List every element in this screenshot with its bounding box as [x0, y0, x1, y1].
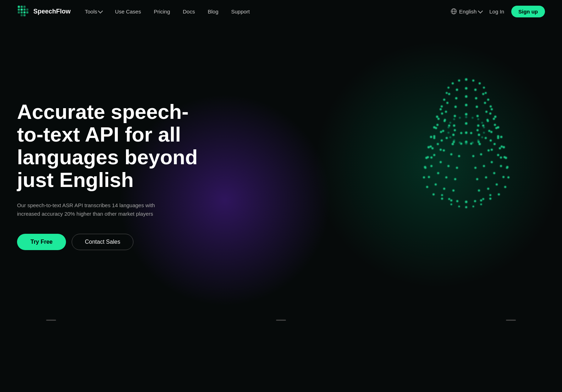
nav-item-use-cases[interactable]: Use Cases	[115, 9, 141, 15]
svg-point-179	[447, 132, 450, 134]
svg-point-34	[476, 129, 479, 131]
svg-point-36	[456, 89, 458, 91]
svg-point-174	[481, 136, 483, 138]
svg-point-155	[426, 186, 428, 188]
svg-point-119	[445, 176, 447, 178]
svg-point-177	[453, 139, 455, 142]
svg-point-106	[503, 146, 505, 148]
svg-point-149	[480, 199, 482, 201]
svg-point-120	[454, 178, 456, 180]
svg-point-175	[483, 132, 485, 134]
svg-point-93	[454, 115, 456, 117]
svg-point-75	[445, 111, 447, 113]
hero-content: Accurate speech-to-text API for all lang…	[0, 100, 220, 250]
svg-point-133	[431, 147, 434, 149]
svg-point-39	[441, 105, 443, 107]
svg-point-134	[425, 157, 428, 159]
svg-point-82	[458, 155, 460, 157]
svg-point-146	[504, 186, 506, 188]
svg-point-187	[459, 117, 461, 119]
svg-point-50	[494, 124, 496, 126]
svg-point-109	[493, 172, 495, 174]
svg-point-28	[482, 93, 484, 95]
svg-point-57	[440, 108, 442, 110]
svg-point-71	[487, 149, 490, 151]
svg-point-89	[497, 154, 499, 156]
contact-sales-button[interactable]: Contact Sales	[72, 234, 133, 250]
nav-item-docs[interactable]: Docs	[183, 9, 195, 15]
svg-point-81	[450, 153, 452, 155]
svg-rect-5	[23, 9, 26, 11]
svg-point-20	[483, 87, 485, 89]
svg-point-94	[443, 120, 446, 122]
svg-point-153	[424, 166, 426, 168]
svg-point-159	[465, 201, 468, 203]
hero-headline: Accurate speech-to-text API for all lang…	[17, 100, 203, 191]
svg-point-129	[487, 188, 489, 190]
svg-rect-11	[21, 14, 23, 16]
svg-point-128	[496, 183, 498, 186]
svg-point-91	[483, 165, 485, 167]
svg-point-24	[446, 92, 448, 94]
svg-point-33	[482, 125, 484, 127]
svg-point-27	[474, 89, 476, 91]
svg-point-70	[494, 143, 496, 145]
svg-point-142	[491, 149, 493, 151]
svg-point-167	[473, 206, 474, 208]
nav-left: SpeechFlow Tools Use Cases Pricing Docs …	[17, 5, 250, 18]
svg-point-139	[452, 189, 454, 192]
svg-point-96	[430, 136, 432, 138]
svg-point-25	[485, 92, 487, 94]
svg-point-178	[449, 136, 451, 138]
svg-rect-9	[23, 11, 26, 13]
indicator-1	[46, 320, 56, 321]
nav-item-support[interactable]: Support	[231, 9, 250, 15]
hero-visual	[392, 37, 541, 221]
logo[interactable]: SpeechFlow	[17, 5, 71, 18]
svg-point-124	[499, 147, 501, 149]
svg-point-44	[460, 132, 462, 134]
svg-point-112	[453, 125, 455, 127]
svg-point-161	[482, 198, 484, 200]
signup-button[interactable]: Sign up	[511, 6, 545, 17]
svg-rect-4	[21, 9, 23, 11]
nav-links: Tools Use Cases Pricing Docs Blog Suppor…	[85, 9, 250, 15]
svg-point-173	[477, 139, 479, 142]
navbar: SpeechFlow Tools Use Cases Pricing Docs …	[0, 0, 562, 23]
svg-point-121	[465, 132, 468, 134]
scroll-indicators	[0, 320, 562, 321]
svg-point-123	[490, 139, 492, 142]
svg-point-99	[440, 161, 442, 163]
svg-point-90	[491, 161, 493, 163]
try-free-button[interactable]: Try Free	[17, 234, 66, 250]
login-button[interactable]: Log In	[489, 9, 504, 15]
svg-point-132	[441, 139, 443, 142]
svg-point-35	[470, 132, 472, 134]
svg-point-168	[458, 206, 460, 208]
svg-point-26	[465, 87, 468, 90]
svg-point-43	[454, 129, 456, 131]
nav-item-tools[interactable]: Tools	[85, 9, 102, 15]
svg-rect-2	[23, 6, 26, 8]
svg-point-171	[465, 142, 468, 145]
svg-point-31	[489, 112, 491, 115]
svg-point-65	[476, 106, 478, 108]
svg-point-74	[454, 106, 457, 108]
svg-point-85	[487, 120, 489, 122]
svg-point-185	[453, 118, 455, 120]
language-selector[interactable]: English	[451, 8, 482, 15]
svg-point-144	[506, 166, 508, 168]
svg-rect-1	[21, 6, 23, 8]
svg-point-137	[435, 183, 437, 186]
nav-item-pricing[interactable]: Pricing	[154, 9, 170, 15]
svg-point-51	[490, 131, 492, 133]
svg-point-72	[480, 153, 482, 155]
svg-point-18	[472, 79, 474, 82]
svg-point-66	[485, 111, 487, 113]
svg-point-148	[489, 198, 491, 200]
nav-item-blog[interactable]: Blog	[208, 9, 218, 15]
svg-point-176	[459, 142, 461, 144]
svg-point-186	[472, 117, 474, 119]
svg-point-154	[423, 176, 425, 178]
svg-point-136	[428, 176, 430, 178]
